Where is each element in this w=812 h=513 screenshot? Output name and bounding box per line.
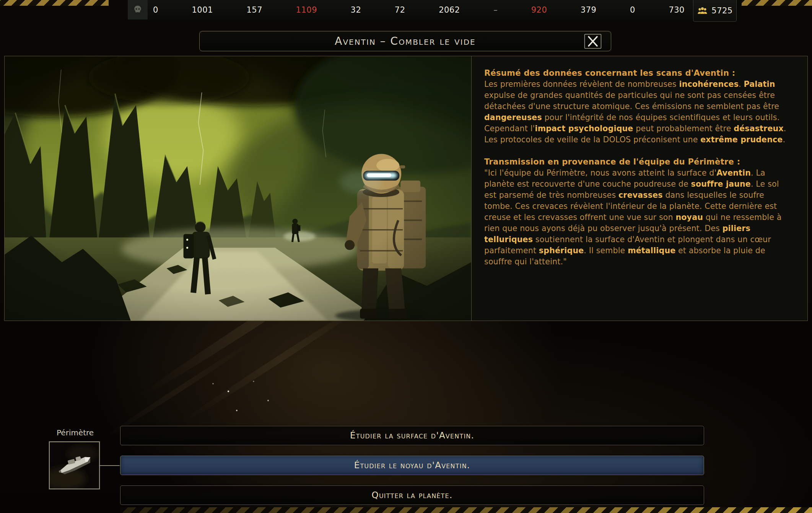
option-button[interactable]: Étudier le noyau d'Aventin. Option dispo… — [120, 456, 704, 475]
unit-thumbnail[interactable] — [49, 441, 100, 489]
event-title: Aventin – Combler le vide — [335, 35, 475, 47]
close-icon — [584, 34, 602, 49]
population-tab[interactable]: 5725 — [693, 0, 737, 22]
event-artwork — [5, 56, 472, 321]
resource-crystal[interactable]: 920 — [531, 5, 547, 15]
option-row: Étudier le noyau d'Aventin. Option dispo… — [120, 456, 740, 475]
resource-group: H 2062 — [439, 5, 460, 15]
resource-group: Fe 0 — [153, 5, 158, 15]
planet-surface-art — [5, 56, 471, 321]
resource-group: 379 — [581, 5, 597, 15]
event-panel: Résumé des données concernant les scans … — [4, 56, 808, 321]
hazard-stripe-top-right — [742, 0, 812, 6]
option-label: Quitter la planète. — [372, 490, 453, 500]
event-title-bar: Aventin – Combler le vide — [199, 31, 611, 51]
option-button[interactable]: Étudier la surface d'Aventin. — [120, 426, 704, 445]
resource-biomass[interactable]: 379 — [581, 5, 597, 15]
option-row: Quitter la planète. — [120, 485, 740, 505]
resource-group: – — [493, 5, 498, 15]
resource-group: 730 — [669, 5, 685, 15]
option-label: Étudier la surface d'Aventin. — [350, 431, 474, 440]
resource-value: 1109 — [296, 5, 317, 15]
resource-value: 32 — [351, 5, 361, 15]
option-button[interactable]: Quitter la planète. — [120, 485, 704, 505]
resource-mechanical-parts[interactable]: 1109 — [296, 5, 317, 15]
resource-group: 1001 — [192, 5, 213, 15]
faction-emblem[interactable] — [128, 0, 148, 20]
section-body: Les premières données révèlent de nombre… — [484, 79, 790, 145]
resource-value: 0 — [153, 5, 158, 15]
section-body: "Ici l'équipe du Périmètre, nous avons a… — [484, 168, 790, 267]
population-value: 5725 — [711, 6, 732, 15]
resource-hydrogen[interactable]: H 2062 — [439, 5, 460, 15]
option-label: Étudier le noyau d'Aventin. — [354, 461, 470, 470]
resource-value: 379 — [581, 5, 597, 15]
resource-group: C 157 — [246, 5, 262, 15]
option-row: Étudier la surface d'Aventin. 2 — [120, 426, 740, 445]
event-description: Résumé des données concernant les scans … — [472, 56, 807, 321]
resource-group: 920 — [531, 5, 547, 15]
people-icon — [697, 5, 708, 16]
close-button[interactable] — [584, 34, 602, 49]
hazard-stripe-top-left — [0, 0, 109, 6]
section-heading: Résumé des données concernant les scans … — [484, 68, 790, 79]
resource-group: 1109 — [296, 5, 317, 15]
resource-value: – — [493, 5, 498, 15]
resource-value: 920 — [531, 5, 547, 15]
game-screen: { "resource_bar": { "items": [ {"name":"… — [0, 0, 812, 513]
section-heading: Transmission en provenance de l'équipe d… — [484, 156, 790, 168]
resource-value: 730 — [669, 5, 685, 15]
resource-value: 0 — [630, 5, 635, 15]
resource-group: 0 — [630, 5, 635, 15]
section-scan-summary: Résumé des données concernant les scans … — [484, 68, 790, 145]
hud-resource-bar: Fe 0 1001 C — [128, 0, 693, 20]
resource-value: 72 — [395, 5, 405, 15]
resource-list: Fe 0 1001 C — [148, 5, 693, 15]
resource-electronics[interactable]: 72 — [395, 5, 405, 15]
section-transmission: Transmission en provenance de l'équipe d… — [484, 156, 790, 267]
event-options: Étudier la surface d'Aventin. 2 Étudier … — [120, 426, 740, 513]
resource-group: 72 — [395, 5, 405, 15]
resource-storage[interactable]: – — [493, 5, 498, 15]
resource-value: 2062 — [439, 5, 460, 15]
ship-thumbnail-art — [50, 442, 99, 489]
unit-name-label: Périmètre — [57, 428, 94, 437]
connector-line — [100, 465, 120, 466]
faction-emblem-icon — [132, 4, 143, 16]
resource-carbon[interactable]: C 157 — [246, 5, 262, 15]
resource-value: 157 — [246, 5, 262, 15]
resource-water[interactable]: 0 — [630, 5, 635, 15]
resource-silicon[interactable]: Si 32 — [351, 5, 361, 15]
resource-plates[interactable]: 1001 — [192, 5, 213, 15]
resource-group: Si 32 — [351, 5, 361, 15]
resource-science[interactable]: 730 — [669, 5, 685, 15]
resource-iron[interactable]: Fe 0 — [153, 5, 158, 15]
resource-value: 1001 — [192, 5, 213, 15]
